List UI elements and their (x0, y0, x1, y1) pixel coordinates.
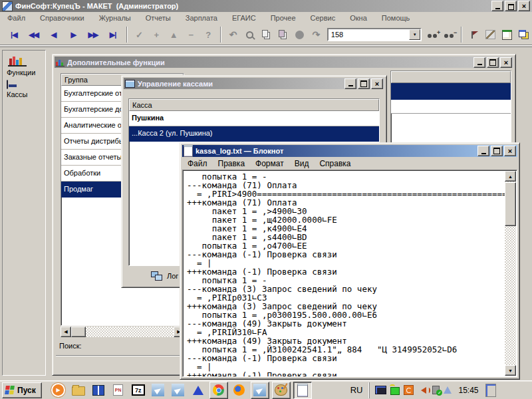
function-row-selected[interactable] (391, 83, 511, 100)
quicklaunch-firefox[interactable] (231, 382, 248, 398)
stop-icon[interactable] (291, 27, 308, 43)
menu-pomosch[interactable]: Помощь (374, 13, 418, 23)
notepad-titlebar[interactable]: kassa_log.txt — Блокнот × (182, 145, 517, 157)
scroll-down-icon[interactable]: ▼ (505, 365, 516, 376)
menu-prochee[interactable]: Прочее (263, 13, 303, 23)
kassa-window-titlebar[interactable]: Управление кассами × (124, 78, 384, 89)
usb-icon[interactable] (432, 386, 440, 394)
redo-icon[interactable]: ↷ (308, 27, 325, 43)
group-list-hscrollbar[interactable]: ◀ ▶ (61, 327, 184, 337)
delete-icon[interactable]: − (182, 30, 200, 40)
record-number-value[interactable]: 158 (331, 31, 343, 39)
start-button[interactable]: Пуск (2, 382, 42, 398)
show-desktop-icon[interactable] (485, 384, 496, 397)
volume-icon[interactable] (418, 387, 426, 394)
rewind-icon[interactable]: ◀◀ (24, 31, 44, 39)
notepad-menu-spravka[interactable]: Справка (314, 158, 356, 170)
quicklaunch-pyramid[interactable] (190, 382, 207, 398)
main-window-titlebar[interactable]: ФинСофт:КупецЪ - МАКЕТ (Администратор) × (0, 0, 532, 12)
notepad-text-area[interactable]: попытка 1 = - ---команда (71) Оплата = ‚… (182, 170, 517, 377)
view-icon[interactable] (241, 27, 258, 43)
first-record-icon[interactable]: |◀ (4, 31, 24, 39)
notepad-menu-format[interactable]: Формат (250, 158, 289, 170)
close-icon[interactable]: × (504, 146, 516, 156)
record-number-combobox[interactable]: 158 ▼ (327, 28, 422, 41)
quicklaunch-plane-2[interactable] (170, 382, 187, 398)
cad-icon[interactable] (444, 386, 452, 394)
last-record-icon[interactable]: ▶| (103, 31, 123, 39)
language-indicator[interactable]: RU (350, 385, 363, 395)
find-minus-icon[interactable]: − (441, 27, 458, 43)
taskbar-button-notepad-active[interactable] (293, 382, 312, 399)
menu-servis[interactable]: Сервис (303, 13, 343, 23)
next-record-icon[interactable]: ▶ (63, 31, 83, 39)
design-icon[interactable] (482, 27, 499, 43)
scroll-left-icon[interactable]: ◀ (61, 327, 71, 337)
notepad-window: kassa_log.txt — Блокнот × Файл Правка Фо… (180, 142, 520, 380)
restore-icon[interactable] (505, 1, 517, 11)
paste-icon[interactable] (275, 27, 291, 43)
undo-icon[interactable]: ↶ (225, 27, 241, 43)
menu-spravochniki[interactable]: Справочники (33, 13, 92, 23)
minimize-icon[interactable] (491, 1, 503, 11)
function-row[interactable] (391, 100, 511, 114)
copy-icon[interactable] (258, 27, 275, 43)
minimize-icon[interactable] (477, 146, 489, 156)
menu-zhurnaly[interactable]: Журналы (92, 13, 138, 23)
quicklaunch-folder[interactable] (70, 382, 87, 398)
flag-icon[interactable] (466, 27, 482, 43)
plane-icon (152, 384, 164, 396)
previous-record-icon[interactable]: ◀ (44, 31, 64, 39)
maximize-icon[interactable] (358, 78, 370, 89)
close-icon[interactable]: × (500, 57, 512, 68)
notepad-menu-pravka[interactable]: Правка (213, 158, 251, 170)
scrollbar-thumb[interactable] (71, 327, 86, 337)
menu-fayl[interactable]: Файл (0, 13, 33, 23)
clock[interactable]: 15:45 (458, 386, 478, 395)
find-plus-icon[interactable]: + (424, 27, 441, 43)
quicklaunch-plane-1[interactable] (150, 382, 167, 398)
quicklaunch-pn-document[interactable]: PN (110, 382, 127, 398)
fast-forward-icon[interactable]: ▶▶ (83, 31, 103, 39)
notepad-menu-fayl[interactable]: Файл (182, 158, 213, 170)
maximize-icon[interactable] (491, 146, 503, 156)
folder-icon (72, 386, 85, 396)
taskbar-button-plane[interactable] (251, 382, 269, 399)
chevron-down-icon[interactable]: ▼ (409, 29, 420, 40)
maximize-icon[interactable] (487, 57, 499, 68)
functions-window-titlebar[interactable]: Дополнительные функции × (55, 57, 513, 68)
taskbar-button-palette[interactable] (272, 382, 291, 399)
functions-column-header[interactable] (391, 71, 511, 83)
sidebar-item-functions[interactable]: Функции (5, 55, 43, 76)
minimize-icon[interactable] (473, 57, 485, 68)
sidebar-item-kassy[interactable]: Кассы (5, 80, 43, 98)
notepad-vscrollbar[interactable]: ▲ ▼ (505, 171, 516, 376)
scroll-up-icon[interactable]: ▲ (505, 171, 516, 182)
window-icon[interactable] (499, 27, 515, 43)
menu-zarplata[interactable]: Зарплата (178, 13, 225, 23)
confirm-icon[interactable]: ✓ (131, 30, 148, 40)
add-icon[interactable]: + (148, 30, 165, 40)
help-icon[interactable]: ? (200, 30, 217, 40)
java-icon[interactable] (404, 385, 414, 395)
cascade-windows-icon[interactable] (515, 27, 532, 43)
log-button[interactable]: Лог (151, 271, 178, 281)
minimize-icon[interactable] (344, 78, 356, 89)
menu-otchety[interactable]: Отчеты (138, 13, 178, 23)
quicklaunch-7zip[interactable]: 7z (130, 382, 147, 398)
display-icon[interactable] (375, 386, 386, 394)
menu-egais[interactable]: ЕГАИС (225, 13, 263, 23)
quicklaunch-media-player[interactable]: ▶ (50, 382, 67, 398)
close-icon[interactable]: × (518, 1, 530, 11)
quicklaunch-catalog[interactable] (90, 382, 107, 398)
quicklaunch-chrome[interactable] (209, 382, 228, 399)
kassa-group-row[interactable]: Пушкина (129, 111, 379, 126)
network-icon[interactable] (390, 387, 400, 395)
edit-icon[interactable]: ▲ (165, 30, 182, 40)
notepad-menu-vid[interactable]: Вид (289, 158, 315, 170)
close-icon[interactable]: × (371, 78, 383, 89)
scrollbar-thumb[interactable] (505, 182, 516, 226)
kassa-row-selected[interactable]: ...Касса 2 (ул. Пушкина) (129, 126, 379, 142)
kassa-column-header[interactable]: Касса (129, 99, 379, 111)
menu-okna[interactable]: Окна (342, 13, 374, 23)
